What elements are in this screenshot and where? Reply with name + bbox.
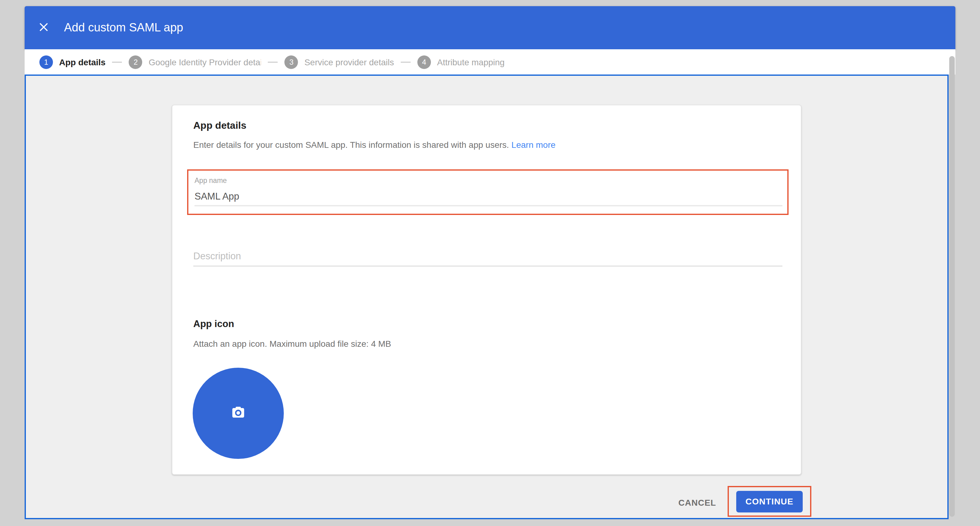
close-button[interactable] bbox=[36, 20, 52, 36]
section-title: App details bbox=[193, 120, 246, 131]
app-icon-title: App icon bbox=[193, 319, 234, 330]
section-description: Enter details for your custom SAML app. … bbox=[193, 140, 555, 150]
app-name-input[interactable] bbox=[194, 188, 783, 206]
step-2-label: Google Identity Provider details bbox=[149, 57, 261, 67]
vertical-scrollbar-thumb[interactable] bbox=[949, 56, 955, 517]
page: Add custom SAML app 1 App details 2 Goog… bbox=[0, 0, 980, 526]
step-separator bbox=[268, 61, 278, 62]
step-1-label: App details bbox=[59, 57, 106, 67]
dialog-title: Add custom SAML app bbox=[64, 6, 183, 49]
step-2-circle: 2 bbox=[129, 55, 143, 69]
step-separator bbox=[112, 61, 122, 62]
continue-annotation-box: CONTINUE bbox=[728, 486, 811, 517]
step-app-details: 1 App details bbox=[40, 55, 106, 69]
section-description-text: Enter details for your custom SAML app. … bbox=[193, 140, 509, 150]
app-name-label: App name bbox=[194, 177, 227, 184]
app-name-annotation-box: App name bbox=[187, 169, 789, 215]
step-4-label: Attribute mapping bbox=[437, 57, 504, 67]
continue-button[interactable]: CONTINUE bbox=[736, 491, 803, 512]
close-icon bbox=[40, 22, 48, 33]
app-details-card: App details Enter details for your custo… bbox=[172, 105, 802, 475]
camera-icon bbox=[231, 406, 245, 421]
cancel-button[interactable]: CANCEL bbox=[675, 495, 720, 509]
step-attribute-mapping: 4 Attribute mapping bbox=[417, 55, 504, 69]
description-input[interactable] bbox=[193, 247, 783, 267]
step-service-provider-details: 3 Service provider details bbox=[285, 55, 394, 69]
step-3-circle: 3 bbox=[285, 55, 298, 69]
stepper: 1 App details 2 Google Identity Provider… bbox=[25, 49, 955, 75]
app-icon-upload-button[interactable] bbox=[192, 368, 284, 459]
app-icon-description: Attach an app icon. Maximum upload file … bbox=[193, 339, 391, 349]
step-1-circle: 1 bbox=[40, 55, 53, 69]
step-4-circle: 4 bbox=[417, 55, 431, 69]
step-3-label: Service provider details bbox=[304, 57, 394, 67]
step-google-idp-details: 2 Google Identity Provider details bbox=[129, 55, 261, 69]
learn-more-link[interactable]: Learn more bbox=[512, 140, 555, 150]
dialog-header: Add custom SAML app bbox=[25, 6, 955, 49]
step-separator bbox=[401, 61, 410, 62]
